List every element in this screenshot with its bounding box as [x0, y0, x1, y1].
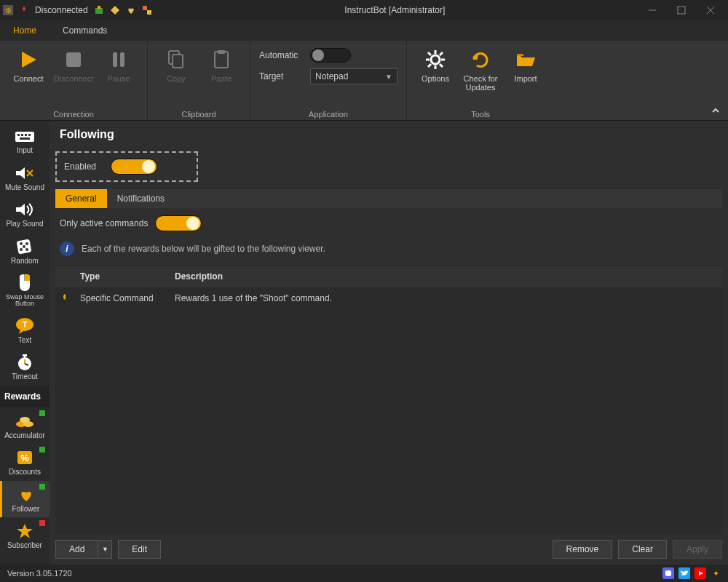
status-indicator-icon: [39, 520, 45, 526]
svg-line-27: [428, 64, 431, 67]
svg-marker-35: [16, 167, 25, 179]
sidebar-item-play-sound[interactable]: Play Sound: [0, 196, 50, 233]
svg-rect-50: [23, 354, 27, 356]
sidebar-item-input[interactable]: Input: [0, 122, 50, 159]
remove-button[interactable]: Remove: [553, 540, 613, 559]
gear-icon: [424, 48, 447, 71]
only-active-toggle[interactable]: [155, 215, 202, 231]
chevron-down-icon[interactable]: ▼: [98, 546, 111, 553]
tray-icon-3[interactable]: [126, 5, 136, 15]
svg-rect-13: [113, 52, 117, 67]
enabled-label: Enabled: [64, 162, 96, 172]
svg-point-40: [20, 242, 23, 245]
row-command-icon: [55, 287, 73, 309]
svg-rect-2: [95, 8, 103, 14]
keyboard-icon: [14, 127, 36, 146]
enabled-toggle[interactable]: [111, 159, 157, 175]
close-button[interactable]: [696, 0, 725, 20]
star-icon: [14, 522, 36, 541]
tray-icon-1[interactable]: [94, 5, 104, 15]
connection-status-icon: [19, 5, 29, 15]
svg-rect-5: [143, 6, 147, 10]
target-label: Target: [259, 71, 303, 81]
speaker-mute-icon: [14, 164, 36, 183]
col-type-header[interactable]: Type: [73, 266, 167, 287]
twitter-icon[interactable]: [678, 567, 690, 579]
page-title: Following: [50, 121, 728, 148]
tab-notifications[interactable]: Notifications: [107, 189, 175, 208]
group-connection-label: Connection: [9, 108, 138, 119]
tab-general[interactable]: General: [55, 189, 107, 208]
connection-status-text: Disconnected: [35, 5, 88, 15]
copy-button: Copy: [157, 47, 196, 83]
connect-button[interactable]: Connect: [9, 47, 48, 83]
col-description-header[interactable]: Description: [167, 266, 722, 287]
automatic-toggle[interactable]: [310, 48, 351, 63]
discord-icon[interactable]: [662, 567, 674, 579]
svg-rect-12: [66, 52, 81, 67]
speaker-icon: [14, 200, 36, 219]
check-updates-button[interactable]: Check for Updates: [461, 47, 500, 92]
svg-line-26: [440, 52, 443, 55]
stop-icon: [62, 48, 85, 71]
import-button[interactable]: Import: [506, 47, 545, 83]
tray-icon-4[interactable]: [142, 5, 152, 15]
mouse-icon: [14, 274, 36, 292]
sidebar-item-timeout[interactable]: Timeout: [0, 348, 50, 386]
minimize-button[interactable]: [638, 0, 667, 20]
refresh-icon: [469, 48, 492, 71]
clear-button[interactable]: Clear: [618, 540, 667, 559]
pause-button: Pause: [99, 47, 138, 83]
sidebar-item-text[interactable]: T Text: [0, 312, 50, 349]
svg-text:T: T: [23, 320, 28, 329]
svg-rect-29: [15, 132, 34, 142]
app-icon: ⚙: [3, 5, 13, 15]
collapse-ribbon-button[interactable]: [711, 105, 721, 116]
apply-button: Apply: [673, 540, 722, 559]
disconnect-button: Disconnect: [54, 47, 93, 83]
tray-icon-2[interactable]: [110, 5, 120, 15]
only-active-label: Only active commands: [60, 218, 148, 228]
menu-home[interactable]: Home: [6, 23, 44, 39]
svg-marker-59: [699, 571, 703, 575]
svg-point-42: [23, 245, 25, 248]
svg-point-43: [20, 248, 23, 251]
svg-point-58: [63, 294, 66, 300]
target-select[interactable]: Notepad ▼: [310, 68, 397, 84]
add-button[interactable]: Add ▼: [55, 540, 112, 559]
status-indicator-icon: [39, 447, 45, 453]
sidebar-item-follower[interactable]: Follower: [0, 481, 50, 518]
rewards-grid: Type Description Specific Command Reward…: [55, 265, 722, 534]
svg-rect-3: [98, 6, 100, 9]
sidebar-item-subscriber[interactable]: Subscriber: [0, 517, 50, 554]
maximize-button[interactable]: [667, 0, 696, 20]
svg-rect-34: [20, 137, 30, 140]
svg-marker-38: [16, 204, 25, 215]
stopwatch-icon: [14, 353, 36, 372]
svg-rect-18: [218, 50, 225, 54]
svg-rect-30: [17, 134, 20, 136]
table-row[interactable]: Specific Command Rewards 1 use of the "S…: [55, 287, 722, 309]
sidebar-item-accumulator[interactable]: Accumulator: [0, 407, 50, 445]
chevron-down-icon: ▼: [385, 73, 392, 81]
svg-line-24: [428, 52, 431, 55]
svg-marker-57: [17, 524, 33, 538]
sidebar-item-random[interactable]: Random: [0, 233, 50, 270]
youtube-icon[interactable]: [695, 567, 706, 579]
sidebar-item-discounts[interactable]: % Discounts: [0, 444, 50, 481]
window-title: InstructBot [Administrator]: [152, 5, 638, 15]
percent-icon: %: [14, 448, 36, 467]
enabled-highlight-box: Enabled: [55, 151, 198, 182]
menu-commands[interactable]: Commands: [55, 23, 114, 39]
svg-rect-16: [173, 55, 183, 68]
group-application-label: Application: [259, 108, 397, 119]
paste-button: Paste: [202, 47, 241, 83]
options-button[interactable]: Options: [416, 47, 455, 83]
automatic-label: Automatic: [259, 50, 303, 60]
sidebar-rewards-header: Rewards: [0, 386, 50, 407]
sidebar-item-mute-sound[interactable]: Mute Sound: [0, 159, 50, 196]
sidebar-item-swap-mouse[interactable]: Swap Mouse Button: [0, 269, 50, 312]
dice-icon: [14, 237, 36, 256]
brand-icon[interactable]: ✦: [711, 568, 721, 578]
edit-button[interactable]: Edit: [118, 540, 161, 559]
